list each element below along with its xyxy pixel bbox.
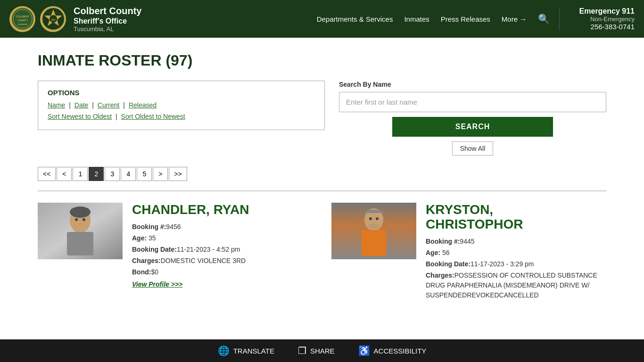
sort-newest-link[interactable]: Sort Newest to Oldest [48, 113, 112, 120]
inmate-booking-num-kryston: Booking #:9445 [426, 237, 606, 247]
inmate-info-chandler: CHANDLER, RYAN Booking #:9456 Age: 35 Bo… [132, 203, 313, 302]
inmate-booking-num-chandler: Booking #:9456 [132, 222, 313, 232]
svg-text:SO: SO [51, 18, 55, 21]
pagination-first[interactable]: << [38, 167, 56, 181]
filter-current-link[interactable]: Current [98, 101, 120, 109]
separator-3: | [123, 101, 127, 109]
pagination-page-5[interactable]: 5 [137, 167, 152, 181]
svg-text:COUNTY: COUNTY [17, 19, 28, 22]
logo-1: COLBERT COUNTY ALABAMA [9, 6, 35, 32]
inmate-booking-date-chandler: Booking Date:11-21-2023 - 4:52 pm [132, 245, 313, 255]
options-box: OPTIONS Name | Date | Current | Released… [38, 81, 325, 130]
pagination-last[interactable]: >> [169, 167, 187, 181]
search-input[interactable] [339, 92, 606, 112]
separator-1: | [69, 101, 73, 109]
sort-links: Sort Newest to Oldest | Sort Oldest to N… [48, 113, 315, 120]
inmate-charges-chandler: Charges:DOMESTIC VIOLENCE 3RD [132, 256, 313, 266]
page-title: INMATE ROSTER (97) [38, 52, 606, 69]
nav-more[interactable]: More → [502, 15, 527, 23]
svg-text:COLBERT: COLBERT [16, 15, 29, 18]
svg-rect-19 [362, 230, 386, 256]
svg-point-15 [83, 218, 85, 221]
nav-press-releases[interactable]: Press Releases [441, 15, 490, 23]
pagination-prev[interactable]: < [57, 167, 72, 181]
options-links: Name | Date | Current | Released [48, 101, 315, 109]
filter-name-link[interactable]: Name [48, 101, 65, 109]
options-search-row: OPTIONS Name | Date | Current | Released… [38, 81, 606, 156]
filter-released-link[interactable]: Released [129, 101, 157, 109]
inmate-photo-kryston [331, 203, 416, 259]
inmate-info-kryston: KRYSTON,CHRISTOPHOR Booking #:9445 Age: … [426, 203, 606, 302]
site-header: COLBERT COUNTY ALABAMA SO Colbert County… [0, 0, 644, 38]
emergency-title: Emergency 911 [567, 7, 635, 16]
sort-oldest-link[interactable]: Sort Oldest to Newest [121, 113, 185, 120]
inmate-card-chandler: CHANDLER, RYAN Booking #:9456 Age: 35 Bo… [38, 203, 313, 302]
sort-separator: | [116, 113, 119, 120]
options-label: OPTIONS [48, 89, 315, 97]
header-logos: COLBERT COUNTY ALABAMA SO [9, 6, 66, 32]
org-name-line1: Colbert County [74, 5, 141, 16]
pagination-page-4[interactable]: 4 [121, 167, 136, 181]
inmates-grid: CHANDLER, RYAN Booking #:9456 Age: 35 Bo… [38, 203, 606, 302]
inmate-name-kryston[interactable]: KRYSTON,CHRISTOPHOR [426, 203, 606, 232]
search-button[interactable]: SEARCH [392, 117, 553, 137]
pagination-page-1[interactable]: 1 [73, 167, 88, 181]
main-nav: Departments & Services Inmates Press Rel… [317, 13, 550, 25]
inmate-age-chandler: Age: 35 [132, 233, 313, 243]
inmate-bond-chandler: Bond:$0 [132, 267, 313, 277]
svg-point-14 [75, 218, 78, 221]
content-divider [38, 190, 606, 191]
inmate-charges-kryston: Charges:POSSESSION OF CONTROLLED SUBSTAN… [426, 271, 606, 300]
separator-2: | [92, 101, 96, 109]
main-content: INMATE ROSTER (97) OPTIONS Name | Date |… [0, 38, 644, 311]
header-search-button[interactable]: 🔍 [538, 13, 550, 25]
view-profile-chandler[interactable]: View Profile >>> [132, 280, 182, 288]
filter-date-link[interactable]: Date [74, 101, 89, 109]
inmate-card-kryston: KRYSTON,CHRISTOPHOR Booking #:9445 Age: … [331, 203, 606, 302]
svg-point-21 [376, 217, 379, 220]
header-org-name: Colbert County Sheriff's Office Tuscumbi… [74, 5, 141, 33]
svg-point-20 [369, 217, 372, 220]
pagination: << < 1 2 3 4 5 > >> [38, 167, 606, 181]
nav-departments[interactable]: Departments & Services [317, 15, 393, 23]
logo-2: SO [40, 6, 66, 32]
nav-inmates[interactable]: Inmates [404, 15, 429, 23]
arrow-right-icon: → [520, 15, 527, 23]
svg-point-22 [368, 223, 380, 229]
show-all-button[interactable]: Show All [452, 141, 494, 156]
inmate-booking-date-kryston: Booking Date:11-17-2023 - 3:29 pm [426, 259, 606, 269]
pagination-next[interactable]: > [153, 167, 168, 181]
svg-point-13 [70, 206, 91, 218]
search-label: Search By Name [339, 81, 606, 88]
org-location: Tuscumbia, AL [74, 25, 141, 33]
pagination-page-2[interactable]: 2 [89, 167, 104, 181]
svg-text:ALABAMA: ALABAMA [17, 23, 27, 25]
org-name-line2: Sheriff's Office [74, 16, 141, 25]
pagination-page-3[interactable]: 3 [105, 167, 120, 181]
inmate-age-kryston: Age: 56 [426, 248, 606, 258]
svg-rect-12 [67, 232, 93, 255]
header-emergency: Emergency 911 Non-Emergency 256-383-0741 [559, 7, 635, 31]
emergency-phone: 256-383-0741 [567, 23, 635, 31]
inmate-name-chandler[interactable]: CHANDLER, RYAN [132, 203, 313, 217]
inmate-photo-chandler [38, 203, 123, 259]
non-emergency-label: Non-Emergency [567, 16, 635, 23]
search-box: Search By Name SEARCH Show All [339, 81, 606, 156]
